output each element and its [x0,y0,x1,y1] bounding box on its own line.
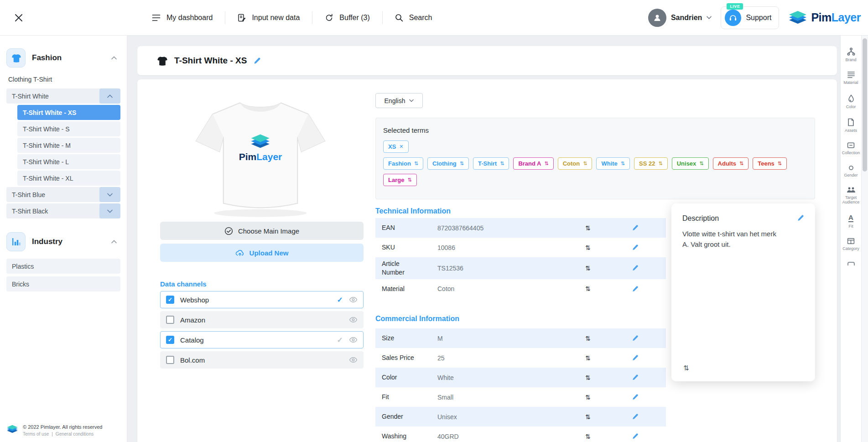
edit-icon[interactable] [632,244,639,251]
nav-search[interactable]: Search [383,14,445,22]
sort-handle-icon[interactable]: ⇅ [658,161,662,166]
term-tag[interactable]: Clothing ⇅ [427,157,469,170]
user-menu[interactable]: Sandrien [648,9,712,27]
sort-handle-icon[interactable]: ⇅ [414,161,418,166]
nav-buffer[interactable]: Buffer (3) [312,14,382,22]
data-channel-row[interactable]: ✓ Catalog ✓ [160,331,364,348]
conditions-link[interactable]: General conditions [56,432,94,437]
tree-item[interactable]: T-Shirt White - XL [17,171,120,186]
rail-item-brand[interactable]: Brand [841,47,861,62]
tree-item-chevron[interactable] [99,88,120,104]
sort-handle-icon[interactable]: ⇅ [583,335,593,342]
close-icon[interactable] [12,11,26,25]
edit-icon[interactable] [632,354,639,361]
sort-handle-icon[interactable]: ⇅ [621,161,625,166]
term-tag[interactable]: Unisex ⇅ [672,157,709,170]
sort-handle-icon[interactable]: ⇅ [583,161,587,166]
term-tag[interactable]: SS 22 ⇅ [634,157,668,170]
tree-item[interactable]: T-Shirt White - S [17,121,120,136]
eye-icon[interactable] [349,296,358,303]
edit-icon[interactable] [632,394,639,400]
industry-item[interactable]: Plastics [6,259,120,274]
scrollbar-thumb[interactable] [863,38,867,172]
industry-item[interactable]: Bricks [6,276,120,291]
sort-handle-icon[interactable]: ⇅ [778,161,782,166]
sort-handle-icon[interactable]: ⇅ [460,161,464,166]
term-tag[interactable]: Adults ⇅ [713,157,749,170]
data-channel-row[interactable]: Bol.com [160,351,364,369]
eye-icon[interactable] [349,337,358,343]
term-tag[interactable]: Large ⇅ [383,174,417,186]
sort-handle-icon[interactable]: ⇅ [583,244,593,251]
sort-handle-icon[interactable]: ⇅ [583,413,593,421]
edit-icon[interactable] [632,224,639,231]
edit-title-icon[interactable] [253,57,261,65]
data-channel-row[interactable]: Amazon [160,311,364,328]
support-button[interactable]: LIVE Support [721,6,779,29]
term-tag[interactable]: Coton ⇅ [558,157,593,170]
terms-link[interactable]: Terms of use [23,432,49,437]
sort-handle-icon[interactable]: ⇅ [583,224,593,232]
nav-input-new-data[interactable]: Input new data [225,14,312,22]
pimlayer-logo[interactable]: PimLayer [788,10,861,26]
edit-icon[interactable] [632,335,639,342]
rail-item-fit[interactable]: A Fit [841,214,861,229]
tree-item-chevron[interactable] [99,187,120,202]
edit-icon[interactable] [632,286,639,292]
sort-handle-icon[interactable]: ⇅ [699,161,703,166]
tree-item[interactable]: T-Shirt White - L [17,154,120,169]
rail-item-color[interactable]: Color [841,94,861,109]
chevron-up-icon[interactable] [111,240,117,244]
rail-item-collection[interactable]: Collection [841,142,861,155]
term-tag[interactable]: Fashion ⇅ [383,157,423,170]
sort-handle-icon[interactable]: ⇅ [583,285,593,292]
sort-handle-icon[interactable]: ⇅ [583,394,593,401]
term-tag[interactable]: Brand A ⇅ [513,157,553,170]
channel-checkbox[interactable]: ✓ [166,336,174,344]
choose-main-image-button[interactable]: Choose Main Image [160,222,364,240]
chevron-up-icon[interactable] [111,56,117,60]
term-tag[interactable]: White ⇅ [596,157,630,170]
edit-icon[interactable] [632,413,639,420]
rail-item-partial-icon[interactable] [847,262,855,265]
sort-handle-icon[interactable]: ⇅ [407,177,411,183]
sort-handle-icon[interactable]: ⇅ [583,374,593,381]
sort-handle-icon[interactable]: ⇅ [544,161,548,166]
sort-handle-icon[interactable]: ⇅ [583,265,593,272]
sort-handle-icon[interactable]: ⇅ [500,161,504,166]
tree-item[interactable]: T-Shirt White - M [17,138,120,153]
sort-handle-icon[interactable]: ⇅ [583,433,593,440]
section-industry[interactable]: Industry [6,232,120,251]
nav-my-dashboard[interactable]: My dashboard [140,14,225,22]
term-tag[interactable]: Teens ⇅ [753,157,787,170]
sort-handle-icon[interactable]: ⇅ [583,354,593,362]
sort-handle-icon[interactable]: ⇅ [683,364,689,372]
rail-item-assets[interactable]: Assets [841,118,861,133]
remove-term-icon[interactable]: ✕ [399,144,403,150]
tree-item[interactable]: T-Shirt Blue [6,187,120,202]
edit-icon[interactable] [632,433,639,440]
edit-icon[interactable] [632,374,639,381]
upload-new-button[interactable]: Upload New [160,244,364,262]
tree-item-chevron[interactable] [99,203,120,218]
rail-item-category[interactable]: Category [841,238,861,251]
channel-checkbox[interactable] [166,356,174,364]
edit-description-icon[interactable] [797,214,804,222]
tree-item[interactable]: T-Shirt White - XS [17,105,120,120]
selected-term-tag[interactable]: XS ✕ [383,140,409,153]
edit-icon[interactable] [632,265,639,271]
language-select[interactable]: English [375,93,423,108]
sort-handle-icon[interactable]: ⇅ [739,161,743,166]
rail-item-target-audience[interactable]: Target Audience [841,187,861,205]
tree-item[interactable]: T-Shirt Black [6,203,120,218]
rail-item-gender[interactable]: Gender [841,165,861,177]
eye-icon[interactable] [349,357,358,363]
eye-icon[interactable] [349,317,358,323]
term-tag[interactable]: T-Shirt ⇅ [473,157,509,170]
channel-checkbox[interactable]: ✓ [166,296,174,304]
section-fashion[interactable]: Fashion [6,48,120,68]
channel-checkbox[interactable] [166,316,174,324]
tree-item[interactable]: T-Shirt White [6,88,120,104]
data-channel-row[interactable]: ✓ Webshop ✓ [160,291,364,308]
rail-item-material[interactable]: Material [841,71,861,85]
